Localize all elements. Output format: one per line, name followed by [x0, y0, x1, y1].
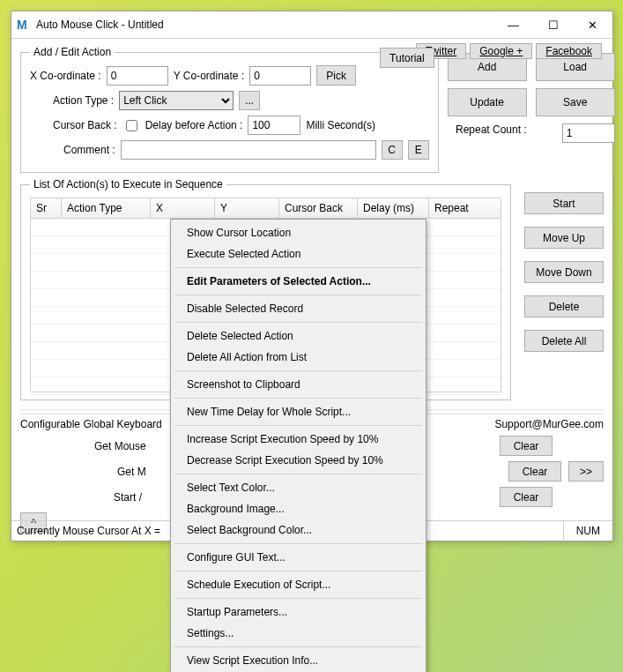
start-stop-label: Start / — [114, 491, 142, 504]
repeat-count-input[interactable] — [562, 123, 615, 143]
action-type-label: Action Type : — [53, 94, 114, 107]
action-type-more-button[interactable]: ... — [239, 91, 260, 110]
menu-item[interactable]: Configure GUI Text... — [173, 547, 424, 568]
close-button[interactable]: ✕ — [573, 11, 612, 38]
menu-item[interactable]: Schedule Execution of Script... — [173, 574, 424, 595]
col-repeat[interactable]: Repeat — [429, 198, 501, 218]
delete-button[interactable]: Delete — [524, 295, 604, 317]
move-up-button[interactable]: Move Up — [524, 227, 604, 249]
menu-item[interactable]: Edit Parameters of Selected Action... — [173, 271, 424, 292]
top-links: Twitter Google + Facebook — [416, 43, 602, 59]
google-link[interactable]: Google + — [470, 43, 532, 59]
update-button[interactable]: Update — [448, 88, 527, 116]
facebook-link[interactable]: Facebook — [536, 43, 602, 59]
pick-button[interactable]: Pick — [316, 65, 356, 86]
menu-separator — [174, 370, 422, 371]
repeat-count-label: Repeat Count : — [456, 123, 527, 136]
menu-item[interactable]: Select Text Color... — [173, 477, 424, 498]
menu-separator — [174, 646, 422, 647]
col-x[interactable]: X — [151, 198, 215, 218]
col-y[interactable]: Y — [215, 198, 279, 218]
menu-item[interactable]: Increase Script Execution Speed by 10% — [173, 429, 424, 450]
clear-button-3[interactable]: Clear — [500, 487, 553, 507]
menu-item[interactable]: Decrease Script Execution Speed by 10% — [173, 450, 424, 471]
col-delay[interactable]: Delay (ms) — [358, 198, 429, 218]
get-m-label: Get M — [117, 466, 146, 478]
comment-input[interactable] — [121, 140, 376, 160]
delay-input[interactable] — [248, 116, 300, 135]
context-menu[interactable]: Show Cursor LocationExecute Selected Act… — [170, 219, 426, 672]
delete-all-button[interactable]: Delete All — [524, 330, 604, 352]
menu-separator — [174, 598, 422, 599]
delay-label: Delay before Action : — [145, 119, 243, 131]
menu-item[interactable]: Select Background Color... — [173, 519, 424, 541]
col-sr[interactable]: Sr — [31, 198, 62, 218]
menu-item[interactable]: Settings... — [173, 623, 424, 644]
action-list-legend: List Of Action(s) to Execute in Sequence — [30, 178, 226, 190]
x-coordinate-label: X Co-ordinate : — [30, 70, 101, 82]
title-bar: M Auto Mouse Click - Untitled — ☐ ✕ — [11, 11, 612, 39]
status-num: NUM — [564, 521, 612, 541]
menu-separator — [174, 425, 422, 426]
tutorial-button[interactable]: Tutorial — [380, 48, 434, 68]
support-link[interactable]: Support@MurGee.com — [494, 418, 604, 430]
menu-item[interactable]: Background Image... — [173, 498, 424, 519]
menu-separator — [174, 474, 422, 474]
get-mouse-label: Get Mouse — [94, 440, 146, 452]
cursor-back-checkbox[interactable] — [126, 120, 137, 131]
x-coordinate-input[interactable] — [107, 66, 168, 86]
save-button[interactable]: Save — [536, 88, 615, 116]
add-edit-legend: Add / Edit Action — [30, 46, 115, 58]
add-edit-action-group: Add / Edit Action Tutorial X Co-ordinate… — [20, 46, 439, 173]
cursor-back-label: Cursor Back : — [53, 119, 117, 131]
menu-separator — [174, 571, 422, 571]
menu-separator — [174, 543, 422, 544]
menu-separator — [174, 322, 422, 323]
action-table-header: Sr Action Type X Y Cursor Back Delay (ms… — [30, 198, 501, 219]
app-logo-icon: M — [17, 18, 31, 32]
window-title: Auto Mouse Click - Untitled — [36, 19, 493, 31]
clear-button-2[interactable]: Clear — [508, 461, 561, 482]
cfg-keyboard-label: Configurable Global Keyboard — [20, 418, 162, 430]
menu-item[interactable]: View Script Execution Info... — [173, 650, 424, 671]
c-button[interactable]: C — [382, 140, 403, 160]
menu-item[interactable]: Show Cursor Location — [173, 222, 424, 243]
menu-item[interactable]: Startup Parameters... — [173, 601, 424, 623]
more-button[interactable]: >> — [568, 461, 604, 482]
col-cursor-back[interactable]: Cursor Back — [279, 198, 358, 218]
menu-item[interactable]: Delete All Action from List — [173, 347, 424, 368]
menu-item[interactable]: Execute Selected Action — [173, 243, 424, 265]
ms-label: Milli Second(s) — [306, 119, 375, 131]
minimize-button[interactable]: — — [493, 11, 533, 38]
menu-separator — [174, 267, 422, 268]
menu-item[interactable]: New Time Delay for Whole Script... — [173, 401, 424, 422]
comment-label: Comment : — [63, 144, 115, 156]
col-action-type[interactable]: Action Type — [62, 198, 151, 218]
y-coordinate-input[interactable] — [249, 66, 311, 86]
maximize-button[interactable]: ☐ — [533, 11, 573, 38]
menu-item[interactable]: Disable Selected Record — [173, 298, 424, 319]
e-button[interactable]: E — [408, 140, 429, 160]
menu-item[interactable]: Screenshot to Clipboard — [173, 374, 424, 395]
menu-item[interactable]: Delete Selected Action — [173, 325, 424, 347]
move-down-button[interactable]: Move Down — [524, 261, 604, 283]
y-coordinate-label: Y Co-ordinate : — [174, 70, 245, 82]
menu-separator — [174, 295, 422, 295]
menu-separator — [174, 398, 422, 399]
action-type-select[interactable]: Left Click — [119, 91, 234, 110]
clear-button-1[interactable]: Clear — [500, 436, 553, 456]
start-button[interactable]: Start — [524, 192, 604, 214]
